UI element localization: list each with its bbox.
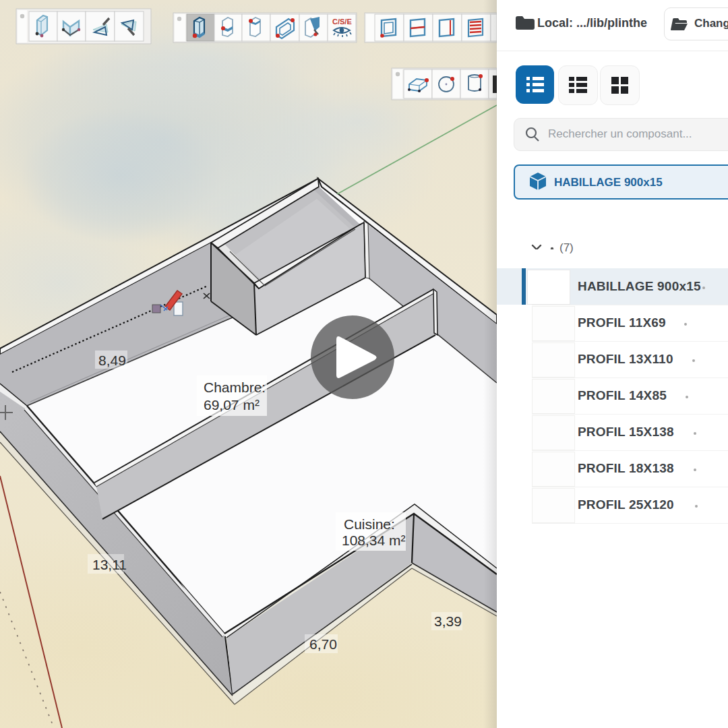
svg-text:108,34 m²: 108,34 m² <box>342 533 406 548</box>
svg-text:6,70: 6,70 <box>309 636 337 652</box>
svg-text:13,11: 13,11 <box>92 557 127 572</box>
svg-text:Chambre:: Chambre: <box>204 380 266 395</box>
svg-text:8,49: 8,49 <box>98 353 126 368</box>
svg-text:3,39: 3,39 <box>434 613 462 629</box>
svg-text:69,07 m²: 69,07 m² <box>204 397 260 413</box>
svg-text:Cuisine:: Cuisine: <box>344 516 395 532</box>
svg-text:C/S/E: C/S/E <box>332 18 352 26</box>
